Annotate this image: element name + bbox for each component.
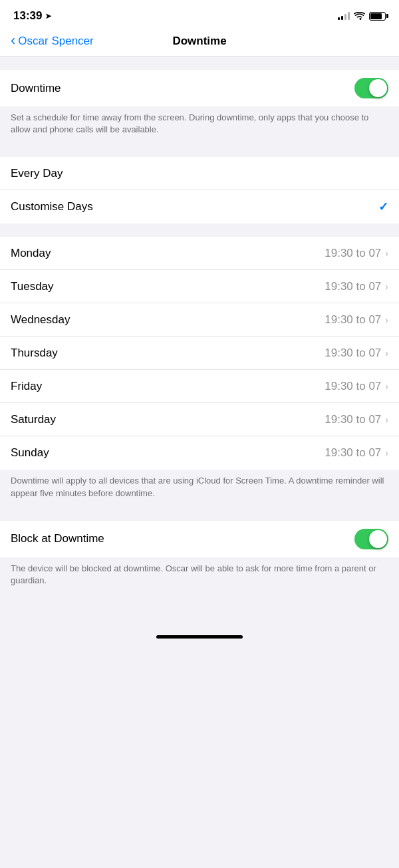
chevron-right-icon: › [385,315,388,325]
day-time: 19:30 to 07› [325,380,388,393]
block-at-downtime-section: Block at Downtime [0,521,399,557]
downtime-label: Downtime [11,82,61,95]
day-name: Saturday [11,413,56,426]
day-name: Sunday [11,446,49,460]
chevron-right-icon: › [385,248,388,259]
every-day-row[interactable]: Every Day [0,157,399,190]
toggle-knob [369,79,387,97]
back-button[interactable]: ‹ Oscar Spencer [11,35,94,48]
clock: 13:39 [13,9,42,23]
schedule-section: Every Day Customise Days ✓ [0,157,399,223]
day-row[interactable]: Tuesday19:30 to 07› [0,270,399,303]
status-bar: 13:39 ➤ [0,0,399,29]
customise-days-label: Customise Days [11,200,93,214]
block-at-downtime-description: The device will be blocked at downtime. … [0,557,399,595]
block-toggle-knob [369,530,387,548]
day-time: 19:30 to 07› [325,347,388,360]
day-name: Friday [11,380,42,393]
battery-icon [369,12,386,21]
day-time: 19:30 to 07› [325,313,388,327]
days-footer-note: Downtime will apply to all devices that … [0,470,399,507]
section-gap-3 [0,223,399,237]
downtime-toggle-row: Downtime [0,70,399,106]
day-name: Thursday [11,347,58,360]
day-name: Wednesday [11,313,70,327]
section-gap-1 [0,57,399,70]
day-row[interactable]: Sunday19:30 to 07› [0,436,399,470]
day-name: Monday [11,247,51,260]
wifi-icon [354,12,365,21]
chevron-right-icon: › [385,381,388,392]
day-name: Tuesday [11,280,54,293]
back-label: Oscar Spencer [18,35,93,48]
page-title: Downtime [172,35,226,48]
day-row[interactable]: Friday19:30 to 07› [0,370,399,403]
downtime-description: Set a schedule for time away from the sc… [0,106,399,144]
section-gap-4 [0,507,399,521]
day-time: 19:30 to 07› [325,413,388,426]
day-row[interactable]: Monday19:30 to 07› [0,237,399,270]
section-gap-2 [0,144,399,157]
day-time: 19:30 to 07› [325,280,388,293]
back-chevron-icon: ‹ [11,33,15,48]
customise-days-checkmark: ✓ [378,200,388,214]
signal-icon [338,12,350,20]
day-time: 19:30 to 07› [325,446,388,460]
block-at-downtime-row: Block at Downtime [0,521,399,557]
day-row[interactable]: Saturday19:30 to 07› [0,403,399,436]
block-at-downtime-toggle[interactable] [354,529,388,549]
bottom-spacer [0,595,399,621]
status-time: 13:39 ➤ [13,9,51,23]
status-icons [338,12,386,21]
home-bar [156,635,243,639]
every-day-label: Every Day [11,167,63,180]
customise-days-row[interactable]: Customise Days ✓ [0,190,399,223]
downtime-toggle[interactable] [354,78,388,98]
chevron-right-icon: › [385,448,388,458]
block-at-downtime-label: Block at Downtime [11,532,104,545]
location-arrow-icon: ➤ [45,12,51,21]
day-row[interactable]: Wednesday19:30 to 07› [0,303,399,337]
days-section: Monday19:30 to 07›Tuesday19:30 to 07›Wed… [0,237,399,470]
chevron-right-icon: › [385,348,388,359]
chevron-right-icon: › [385,414,388,425]
day-time: 19:30 to 07› [325,247,388,260]
downtime-section: Downtime [0,70,399,106]
nav-bar: ‹ Oscar Spencer Downtime [0,29,399,57]
home-indicator [0,621,399,644]
chevron-right-icon: › [385,281,388,292]
day-row[interactable]: Thursday19:30 to 07› [0,337,399,370]
